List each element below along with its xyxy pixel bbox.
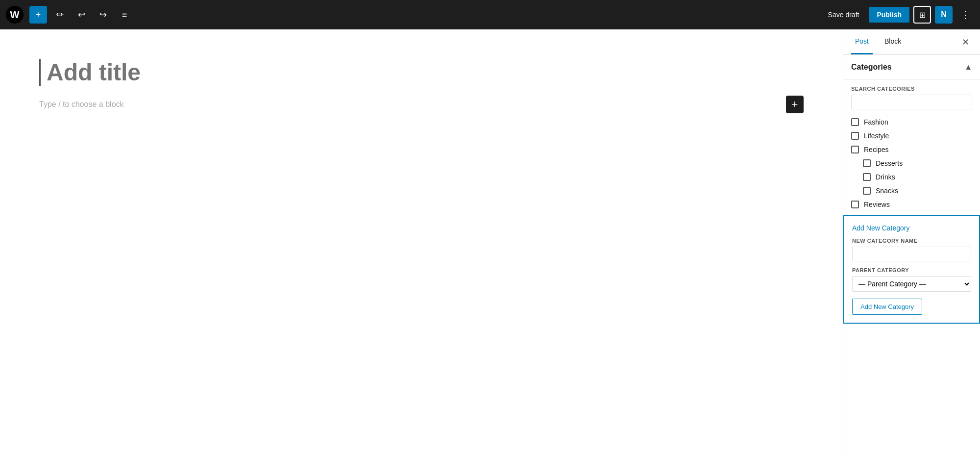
category-label-drinks: Drinks [876, 173, 895, 181]
sidebar-close-button[interactable]: ✕ [958, 35, 972, 49]
categories-header: Categories ▲ [843, 55, 980, 80]
category-label-recipes: Recipes [864, 146, 889, 153]
list-item: Snacks [851, 184, 972, 198]
wp-logo[interactable]: W [6, 6, 24, 24]
list-item: Lifestyle [851, 129, 972, 143]
category-checkbox-fashion[interactable] [851, 118, 859, 126]
main-area: Type / to choose a block + Post Block ✕ … [0, 29, 980, 457]
category-label-fashion: Fashion [864, 118, 888, 126]
redo-button[interactable]: ↪ [94, 6, 112, 24]
publish-button[interactable]: Publish [869, 7, 909, 23]
tab-post[interactable]: Post [851, 29, 873, 54]
tab-block[interactable]: Block [881, 29, 905, 54]
more-options-button[interactable]: ⋮ [956, 6, 974, 24]
add-new-category-link[interactable]: Add New Category [852, 224, 971, 232]
block-placeholder: Type / to choose a block + [39, 96, 804, 113]
list-item: Fashion [851, 115, 972, 129]
category-checkbox-recipes[interactable] [851, 146, 859, 153]
add-block-inline-button[interactable]: + [786, 96, 804, 113]
wp-logo-text: W [10, 9, 20, 21]
sidebar: Post Block ✕ Categories ▲ SEARCH CATEGOR… [843, 29, 980, 457]
category-label-snacks: Snacks [876, 187, 898, 195]
n-button[interactable]: N [935, 6, 953, 24]
parent-category-select[interactable]: — Parent Category — Fashion Lifestyle Re… [852, 276, 971, 292]
category-label-lifestyle: Lifestyle [864, 132, 889, 140]
undo-button[interactable]: ↩ [73, 6, 90, 24]
categories-toggle-button[interactable]: ▲ [964, 63, 972, 72]
search-categories-input[interactable] [851, 95, 972, 109]
category-label-reviews: Reviews [864, 201, 890, 208]
new-category-name-input[interactable] [852, 247, 971, 261]
category-checkbox-desserts[interactable] [863, 159, 871, 167]
add-new-category-button[interactable]: Add New Category [852, 299, 922, 315]
list-view-button[interactable]: ≡ [116, 6, 133, 24]
category-list: Fashion Lifestyle Recipes Desserts Drink… [843, 115, 980, 211]
list-item: Reviews [851, 198, 972, 211]
list-item: Desserts [851, 156, 972, 170]
block-placeholder-text: Type / to choose a block [39, 100, 124, 109]
view-toggle-button[interactable]: ⊞ [913, 6, 931, 24]
categories-panel: Categories ▲ SEARCH CATEGORIES Fashion L… [843, 55, 980, 324]
parent-category-label: PARENT CATEGORY [852, 267, 971, 273]
post-title-input[interactable] [39, 59, 804, 86]
toolbar-right: Save draft Publish ⊞ N ⋮ [822, 6, 974, 24]
list-item: Recipes [851, 143, 972, 156]
new-category-name-label: NEW CATEGORY NAME [852, 238, 971, 244]
list-item: Drinks [851, 170, 972, 184]
categories-title: Categories [851, 63, 892, 72]
editor-area: Type / to choose a block + [0, 29, 843, 457]
sidebar-tabs: Post Block ✕ [843, 29, 980, 55]
add-category-section: Add New Category NEW CATEGORY NAME PAREN… [843, 215, 980, 324]
category-checkbox-snacks[interactable] [863, 187, 871, 195]
save-draft-button[interactable]: Save draft [822, 8, 865, 22]
category-checkbox-drinks[interactable] [863, 173, 871, 181]
toolbar: W + ✏ ↩ ↪ ≡ Save draft Publish ⊞ N ⋮ [0, 0, 980, 29]
add-block-button[interactable]: + [29, 6, 47, 24]
category-checkbox-lifestyle[interactable] [851, 132, 859, 140]
category-checkbox-reviews[interactable] [851, 201, 859, 208]
pen-button[interactable]: ✏ [51, 6, 69, 24]
search-categories-label: SEARCH CATEGORIES [843, 80, 980, 95]
category-label-desserts: Desserts [876, 159, 903, 167]
